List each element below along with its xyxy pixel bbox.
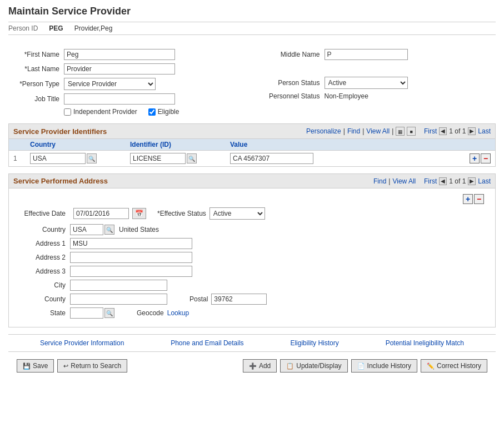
value-input[interactable] <box>230 153 313 164</box>
middle-name-label: Middle Name <box>258 51 325 58</box>
next-arrow[interactable]: ▶ <box>468 127 476 135</box>
correct-history-button[interactable]: ✏️ Correct History <box>421 359 487 373</box>
page-info: 1 of 1 <box>449 127 466 135</box>
first-name-input[interactable] <box>64 49 175 60</box>
person-status-label: Person Status <box>258 79 325 87</box>
include-history-icon: 📄 <box>357 363 365 370</box>
addr1-input[interactable] <box>70 238 192 249</box>
last-nav[interactable]: Last <box>478 127 491 135</box>
save-button[interactable]: 💾 Save <box>17 359 54 373</box>
col-num-header <box>13 141 30 148</box>
country-search-icon[interactable]: 🔍 <box>87 153 97 163</box>
return-icon: ↩ <box>63 363 68 370</box>
update-display-button[interactable]: 📋 Update/Display <box>280 359 347 373</box>
eff-date-label: Effective Date <box>20 210 70 217</box>
geocode-lookup-link[interactable]: Lookup <box>167 309 189 317</box>
personnel-status-value: Non-Employee <box>325 92 368 100</box>
correct-history-icon: ✏️ <box>427 363 435 370</box>
addr-view-all-link[interactable]: View All <box>392 177 416 185</box>
state-label: State <box>20 309 70 317</box>
table-row: 1 🔍 🔍 + − <box>9 151 495 166</box>
city-input[interactable] <box>70 280 167 291</box>
addr1-label: Address 1 <box>20 240 70 247</box>
col-id-header: Identifier (ID) <box>130 141 230 148</box>
country-name: United States <box>119 226 159 234</box>
person-name-value: Provider,Peg <box>74 24 113 32</box>
add-icon: ➕ <box>249 363 257 370</box>
addr-last-nav[interactable]: Last <box>478 177 491 185</box>
country-label: Country <box>20 226 70 234</box>
addr-prev-arrow[interactable]: ◀ <box>439 177 447 185</box>
address-section: Service Performed Address Find | View Al… <box>8 173 496 327</box>
addr-country-search-icon[interactable]: 🔍 <box>104 225 114 235</box>
job-title-input[interactable] <box>64 93 175 105</box>
state-search-icon[interactable]: 🔍 <box>104 308 114 318</box>
find-link[interactable]: Find <box>347 127 360 135</box>
add-button[interactable]: ➕ Add <box>243 359 277 373</box>
save-icon: 💾 <box>23 363 31 370</box>
addr-del-button[interactable]: − <box>474 194 484 204</box>
postal-label: Postal <box>189 295 208 303</box>
addr-page-info: 1 of 1 <box>449 177 466 185</box>
addr-find-link[interactable]: Find <box>373 177 386 185</box>
eligible-checkbox[interactable] <box>148 108 156 116</box>
first-name-label: *First Name <box>8 51 64 58</box>
del-row-button[interactable]: − <box>481 153 491 163</box>
personalize-link[interactable]: Personalize <box>306 127 341 135</box>
middle-name-input[interactable] <box>325 49 408 60</box>
bottom-links-bar: Service Provider Information Phone and E… <box>8 334 496 352</box>
addr3-input[interactable] <box>70 266 192 277</box>
eff-status-select[interactable]: Active <box>209 207 265 220</box>
bottom-buttons-bar: 💾 Save ↩ Return to Search ➕ Add 📋 Update… <box>8 356 496 375</box>
nav-sep1: | <box>343 127 345 135</box>
county-input[interactable] <box>70 294 167 305</box>
independent-provider-checkbox[interactable] <box>64 108 71 116</box>
addr-next-arrow[interactable]: ▶ <box>468 177 476 185</box>
country-input[interactable] <box>30 153 86 164</box>
row-num: 1 <box>13 155 30 162</box>
col-value-header: Value <box>230 141 491 148</box>
add-row-button[interactable]: + <box>470 153 480 163</box>
personnel-status-label: Personnel Status <box>258 92 325 100</box>
person-id-value: PEG <box>49 24 63 32</box>
grid-icon-2[interactable]: ■ <box>407 127 416 136</box>
potential-ineligibility-link[interactable]: Potential Ineligibility Match <box>386 339 464 347</box>
page-title: Maintain Service Provider <box>8 6 496 17</box>
addr2-input[interactable] <box>70 252 192 263</box>
person-status-select[interactable]: Active <box>325 77 408 89</box>
addr-country-input[interactable] <box>70 224 103 235</box>
last-name-input[interactable] <box>64 63 175 75</box>
addr3-label: Address 3 <box>20 267 70 275</box>
identifier-search-icon[interactable]: 🔍 <box>187 153 197 163</box>
calendar-icon[interactable]: 📅 <box>132 208 146 219</box>
first-nav[interactable]: First <box>424 127 437 135</box>
postal-input[interactable] <box>211 294 267 305</box>
eff-date-input[interactable] <box>73 208 129 219</box>
return-to-search-button[interactable]: ↩ Return to Search <box>57 359 127 373</box>
nav-sep2: | <box>362 127 364 135</box>
last-name-label: *Last Name <box>8 65 64 73</box>
job-title-label: Job Title <box>8 95 64 103</box>
identifiers-grid: Service Provider Identifiers Personalize… <box>8 123 496 167</box>
addr-sep2 <box>418 177 422 185</box>
grid-icon-1[interactable]: ▦ <box>396 127 405 136</box>
include-history-button[interactable]: 📄 Include History <box>351 359 417 373</box>
eligible-label: Eligible <box>158 108 179 116</box>
state-input[interactable] <box>70 307 103 319</box>
city-label: City <box>20 281 70 289</box>
view-all-link[interactable]: View All <box>366 127 390 135</box>
phone-email-link[interactable]: Phone and Email Details <box>171 339 243 347</box>
geocode-label: Geocode <box>137 309 164 317</box>
addr-add-button[interactable]: + <box>463 194 473 204</box>
addr2-label: Address 2 <box>20 254 70 261</box>
prev-arrow[interactable]: ◀ <box>439 127 447 135</box>
eff-status-label: *Effective Status <box>157 210 206 217</box>
person-type-label: *Person Type <box>8 80 64 88</box>
person-type-select[interactable]: Service Provider <box>64 78 156 90</box>
address-title: Service Performed Address <box>13 177 108 185</box>
addr-first-nav[interactable]: First <box>424 177 437 185</box>
eligibility-history-link[interactable]: Eligibility History <box>290 339 338 347</box>
update-icon: 📋 <box>286 363 294 370</box>
identifier-input[interactable] <box>130 153 186 164</box>
service-provider-info-link[interactable]: Service Provider Information <box>40 339 124 347</box>
